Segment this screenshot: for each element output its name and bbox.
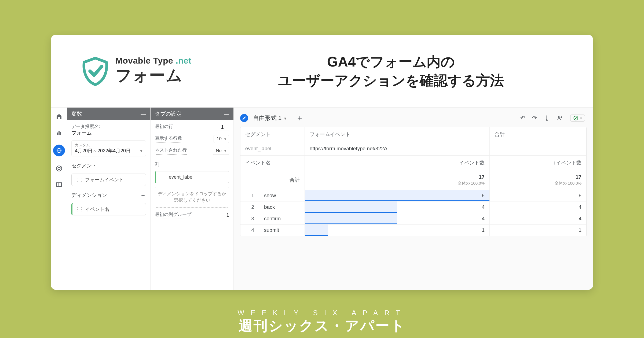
event-count-cell-2: 8 — [490, 190, 586, 201]
svg-rect-2 — [60, 132, 61, 135]
table-row[interactable]: 2back44 — [240, 201, 586, 213]
footer-en: WEEKLY SIX APART — [0, 309, 644, 317]
add-tab-button[interactable]: ＋ — [296, 113, 303, 123]
report-tab-name[interactable]: 自由形式 1 — [253, 114, 286, 122]
row-index: 2 — [240, 201, 259, 213]
event-count-cell-2: 1 — [490, 225, 586, 236]
add-segment-button[interactable] — [140, 162, 146, 170]
rows-to-show-label: 表示する行数 — [155, 135, 182, 143]
svg-rect-0 — [57, 133, 58, 135]
event-count-cell-1: 8 — [305, 190, 490, 201]
col-header-form-event: フォームイベント — [305, 127, 490, 142]
event-count-cell-2: 4 — [490, 201, 586, 213]
segment-section-label: セグメント — [71, 162, 97, 169]
drag-handle-icon[interactable]: ⋮⋮ — [75, 177, 83, 183]
share-user-icon[interactable] — [557, 115, 563, 121]
total-value-2: 17 全体の 100.0% — [490, 170, 586, 190]
chevron-down-icon[interactable]: ▾ — [140, 148, 142, 154]
row-index: 4 — [240, 225, 259, 236]
report-area: 自由形式 1 ＋ ↶ ↷ ⭳ セグメ — [233, 108, 593, 290]
tab-settings-panel: タブの設定 最初の行 1 表示する行数 10 ネストされた行 No — [150, 108, 233, 290]
table-icon[interactable] — [55, 181, 63, 189]
home-icon[interactable] — [55, 112, 63, 120]
column-dropzone[interactable]: ディメンションをドロップするか選択してください — [155, 187, 229, 208]
nested-rows-select[interactable]: No — [213, 147, 229, 155]
drag-handle-icon[interactable]: ⋮⋮ — [75, 206, 83, 212]
total-row-label: 合計 — [240, 170, 305, 190]
report-toolbar: 自由形式 1 ＋ ↶ ↷ ⭳ — [240, 111, 587, 127]
event-count-cell-2: 4 — [490, 213, 586, 225]
rows-to-show-select[interactable]: 10 — [214, 135, 229, 143]
table-row[interactable]: 4submit11 — [240, 225, 586, 236]
page-footer: WEEKLY SIX APART 週刊シックス・アパート — [0, 309, 644, 335]
ga4-screenshot: 変数 データ探索名: フォーム カスタム 4月20日～2022年4月20日 ▾ … — [51, 107, 593, 290]
report-table: セグメント フォームイベント 合計 event_label https://fo… — [240, 127, 587, 236]
collapse-icon[interactable] — [141, 111, 146, 117]
svg-rect-6 — [57, 183, 61, 186]
event-name-cell: back — [259, 201, 305, 213]
event-count-cell-1: 1 — [305, 225, 490, 236]
undo-icon[interactable]: ↶ — [520, 115, 525, 122]
col-header-total: 合計 — [490, 127, 586, 142]
svg-point-5 — [58, 167, 60, 170]
row-index: 3 — [240, 213, 259, 225]
event-label-url: https://form.movabletype.net/322A… — [305, 142, 490, 156]
col-header-event-count-2[interactable]: ↓イベント数 — [490, 156, 586, 170]
column-chip[interactable]: ⋮⋮ event_label — [155, 171, 229, 183]
table-row[interactable]: 3confirm44 — [240, 213, 586, 225]
event-count-cell-1: 4 — [305, 201, 490, 213]
variables-panel-header[interactable]: 変数 — [67, 108, 150, 120]
chevron-down-icon — [224, 148, 226, 153]
segment-chip[interactable]: ⋮⋮ フォームイベント — [71, 174, 146, 186]
collapse-icon[interactable] — [224, 111, 229, 117]
target-icon[interactable] — [55, 164, 63, 172]
nested-rows-label: ネストされた行 — [155, 147, 187, 155]
drag-handle-icon[interactable]: ⋮⋮ — [159, 174, 167, 180]
date-range-value[interactable]: 4月20日～2022年4月20日 — [75, 148, 131, 154]
col-header-segment: セグメント — [240, 127, 305, 142]
explore-name-value[interactable]: フォーム — [71, 130, 146, 137]
left-nav-rail — [51, 108, 67, 290]
brand-name: フォーム — [115, 65, 192, 86]
pencil-icon[interactable] — [240, 114, 248, 122]
total-value-1: 17 全体の 100.0% — [305, 170, 490, 190]
add-dimension-button[interactable] — [140, 191, 146, 199]
row-index: 1 — [240, 190, 259, 201]
svg-rect-1 — [58, 131, 60, 135]
date-range-hint: カスタム — [75, 143, 142, 148]
dimension-chip[interactable]: ⋮⋮ イベント名 — [71, 203, 146, 215]
status-ok-dropdown[interactable] — [570, 115, 585, 122]
explore-icon[interactable] — [53, 145, 65, 156]
event-name-cell: submit — [259, 225, 305, 236]
table-row[interactable]: 1show88 — [240, 190, 586, 201]
first-row-value[interactable]: 1 — [215, 124, 229, 130]
article-headline: GA4でフォーム内の ユーザーアクションを確認する方法 — [213, 52, 569, 90]
product-logo: Movable Type .net フォーム — [80, 56, 192, 86]
download-icon[interactable]: ⭳ — [544, 115, 550, 122]
col-header-event-name[interactable]: イベント名 — [240, 156, 305, 170]
event-name-cell: confirm — [259, 213, 305, 225]
bar-chart-icon[interactable] — [55, 128, 63, 137]
explore-name-label: データ探索名: — [71, 123, 146, 130]
first-col-group-value[interactable]: 1 — [226, 212, 229, 218]
svg-point-7 — [558, 116, 560, 118]
footer-jp: 週刊シックス・アパート — [0, 317, 644, 335]
event-name-cell: show — [259, 190, 305, 201]
shield-check-icon — [80, 56, 110, 86]
first-row-label: 最初の行 — [155, 123, 173, 131]
columns-section-label: 列 — [155, 161, 229, 167]
redo-icon[interactable]: ↷ — [532, 115, 537, 122]
chevron-down-icon — [224, 136, 226, 142]
col-header-event-count-1[interactable]: イベント数 — [305, 156, 490, 170]
first-col-group-label: 最初の列グループ — [155, 211, 191, 219]
tab-settings-header[interactable]: タブの設定 — [151, 108, 233, 120]
brand-top: Movable Type .net — [115, 56, 192, 66]
hero: Movable Type .net フォーム GA4でフォーム内の ユーザーアク… — [51, 35, 593, 102]
content-card: Movable Type .net フォーム GA4でフォーム内の ユーザーアク… — [51, 35, 593, 290]
chevron-down-icon[interactable] — [281, 115, 286, 121]
dimension-section-label: ディメンション — [71, 192, 107, 199]
col-header-event-label: event_label — [240, 142, 305, 156]
variables-panel: 変数 データ探索名: フォーム カスタム 4月20日～2022年4月20日 ▾ … — [67, 108, 150, 290]
event-count-cell-1: 4 — [305, 213, 490, 225]
